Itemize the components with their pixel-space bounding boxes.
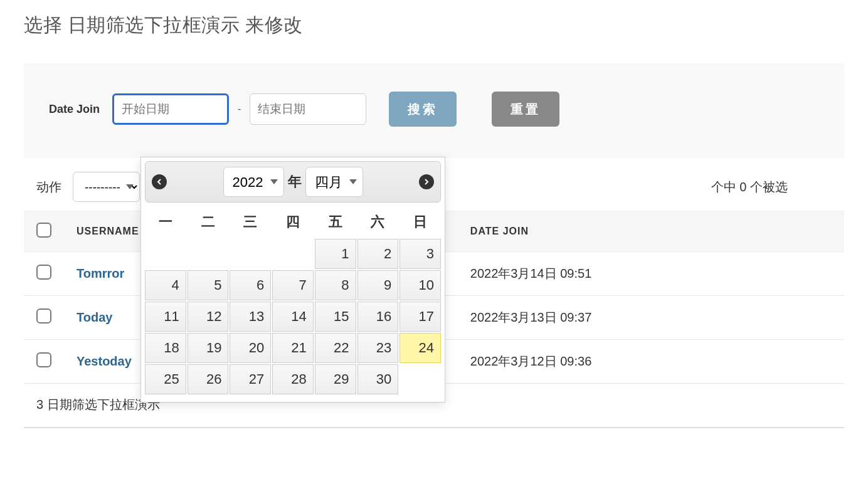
dp-dow: 四 <box>272 209 314 238</box>
datepicker-popup: 2022 年 四月 一二三四五六日12345678910111213141516… <box>140 157 445 403</box>
dp-empty <box>272 239 314 269</box>
year-select[interactable]: 2022 <box>223 167 284 197</box>
year-suffix: 年 <box>288 172 302 191</box>
dp-day[interactable]: 25 <box>145 364 186 394</box>
start-date-input[interactable] <box>112 93 229 125</box>
dp-dow: 五 <box>315 209 356 238</box>
dp-day[interactable]: 6 <box>230 270 271 300</box>
row-checkbox[interactable] <box>36 265 51 280</box>
dp-day[interactable]: 9 <box>357 270 399 300</box>
date-separator: - <box>236 103 242 115</box>
dp-day[interactable]: 10 <box>400 270 441 300</box>
dp-dow: 六 <box>357 209 399 238</box>
month-select[interactable]: 四月 <box>305 167 363 197</box>
row-checkbox[interactable] <box>36 352 51 367</box>
dp-day[interactable]: 16 <box>357 302 399 332</box>
filter-toolbar: Date Join - 搜索 重置 <box>24 63 844 158</box>
dp-grid: 一二三四五六日123456789101112131415161718192021… <box>141 206 445 398</box>
table-container: 2022 年 四月 一二三四五六日12345678910111213141516… <box>24 211 844 428</box>
dp-day[interactable]: 12 <box>188 302 229 332</box>
select-all-checkbox[interactable] <box>36 223 51 238</box>
dp-day[interactable]: 18 <box>145 333 186 363</box>
dp-day[interactable]: 4 <box>145 270 186 300</box>
dp-day[interactable]: 1 <box>315 239 356 269</box>
dp-day[interactable]: 29 <box>315 364 356 394</box>
dp-day[interactable]: 5 <box>188 270 229 300</box>
search-button[interactable]: 搜索 <box>389 92 457 127</box>
dp-day[interactable]: 24 <box>400 333 441 363</box>
dp-day[interactable]: 27 <box>230 364 271 394</box>
dp-day[interactable]: 23 <box>357 333 399 363</box>
dp-day[interactable]: 19 <box>188 333 229 363</box>
dp-selects: 2022 年 四月 <box>223 167 363 197</box>
dp-dow: 一 <box>145 209 186 238</box>
dp-day[interactable]: 22 <box>315 333 356 363</box>
next-month-button[interactable] <box>419 174 434 189</box>
dp-day[interactable]: 20 <box>230 333 271 363</box>
dp-day[interactable]: 11 <box>145 302 186 332</box>
filter-label: Date Join <box>49 103 100 116</box>
dp-dow: 日 <box>400 209 441 238</box>
dp-empty <box>188 239 229 269</box>
dp-day[interactable]: 26 <box>188 364 229 394</box>
chevron-right-icon <box>423 179 430 185</box>
prev-month-button[interactable] <box>152 174 167 189</box>
dp-day[interactable]: 2 <box>357 239 399 269</box>
dp-day[interactable]: 13 <box>230 302 271 332</box>
dp-day[interactable]: 15 <box>315 302 356 332</box>
dp-day[interactable]: 17 <box>400 302 441 332</box>
dp-day[interactable]: 30 <box>357 364 399 394</box>
dp-dow: 二 <box>188 209 229 238</box>
end-date-input[interactable] <box>250 93 366 125</box>
datejoin-cell: 2022年3月14日 09:51 <box>458 252 844 296</box>
datejoin-cell: 2022年3月12日 09:36 <box>458 340 844 384</box>
dp-day[interactable]: 3 <box>400 239 441 269</box>
row-checkbox[interactable] <box>36 308 51 324</box>
page-title: 选择 日期筛选下拉框演示 来修改 <box>24 13 844 38</box>
dp-day[interactable]: 21 <box>272 333 314 363</box>
selection-count-text: 个中 0 个被选 <box>711 179 832 196</box>
dp-day[interactable]: 8 <box>315 270 356 300</box>
dp-header: 2022 年 四月 <box>145 161 441 203</box>
dp-day[interactable]: 7 <box>272 270 314 300</box>
dp-day[interactable]: 28 <box>272 364 314 394</box>
datejoin-cell: 2022年3月13日 09:37 <box>458 296 844 340</box>
dp-day[interactable]: 14 <box>272 302 314 332</box>
actions-select[interactable]: --------- <box>73 172 140 202</box>
reset-button[interactable]: 重置 <box>492 92 559 127</box>
col-datejoin[interactable]: DATE JOIN <box>458 211 844 252</box>
actions-label: 动作 <box>36 179 61 196</box>
chevron-left-icon <box>156 179 162 185</box>
dp-empty <box>230 239 271 269</box>
dp-dow: 三 <box>230 209 271 238</box>
dp-empty <box>145 239 186 269</box>
